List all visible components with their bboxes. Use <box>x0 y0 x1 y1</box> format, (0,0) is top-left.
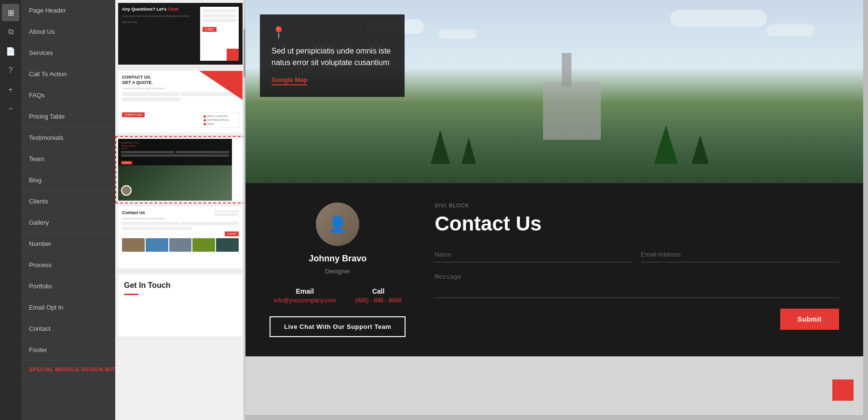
main-preview: 📍 Sed ut perspiciatis unde omnis iste na… <box>245 0 868 420</box>
email-value: info@yourcompany.com <box>274 297 336 304</box>
copy-icon[interactable]: ⧉ <box>2 23 19 41</box>
sidebar-item-testimonials[interactable]: Testimonials <box>21 127 115 149</box>
contact-email-input[interactable] <box>641 247 839 262</box>
sidebar-item-team[interactable]: Team <box>21 149 115 170</box>
sidebar-item-portfolio[interactable]: Portfolio <box>21 276 115 297</box>
sidebar-item-gallery[interactable]: Gallery <box>21 212 115 233</box>
castle-overlay-card: 📍 Sed ut perspiciatis unde omnis iste na… <box>260 14 405 97</box>
contact-avatar: 👤 <box>316 203 359 246</box>
nav-sidebar: Page Header About Us Services Call To Ac… <box>21 0 115 420</box>
get-in-touch-title: Get In Touch <box>124 281 237 290</box>
contact-form-panel: DIVI BLOCK Contact Us Submit <box>434 203 839 337</box>
sidebar-item-number[interactable]: Number <box>21 233 115 255</box>
contact-submit-button[interactable]: Submit <box>780 309 839 330</box>
contact-person-role: Designer <box>325 268 350 275</box>
live-chat-button[interactable]: Live Chat With Our Support Team <box>270 316 406 337</box>
preview-content: 📍 Sed ut perspiciatis unde omnis iste na… <box>245 0 863 415</box>
sidebar-item-call-to-action[interactable]: Call To Action <box>21 64 115 85</box>
contact-person-name: Johnny Bravo <box>309 254 366 264</box>
icon-rail: ⊞ ⧉ 📄 ? + − <box>0 0 21 420</box>
horizontal-scrollbar[interactable] <box>245 415 863 420</box>
thumb-get-in-touch[interactable]: Get In Touch <box>115 271 245 339</box>
minus-icon[interactable]: − <box>2 100 19 118</box>
pages-icon[interactable]: ⊞ <box>2 4 19 21</box>
contact-name-input[interactable] <box>434 247 633 262</box>
contact-phone-info: Call (888) - 888 - 8888 <box>355 287 402 304</box>
thumb-contact-dark[interactable]: Contact Us Johnny Bravo Designer SUBMIT <box>115 136 245 203</box>
contact-email-info: Email info@yourcompany.com <box>274 287 336 304</box>
contact-left-panel: 👤 Johnny Bravo Designer Email info@yourc… <box>270 203 406 337</box>
thumb-contact-gallery[interactable]: Contact Us Lorem ipsum dolor sit amet co… <box>115 203 245 271</box>
sidebar-item-blog[interactable]: Blog <box>21 170 115 191</box>
email-label: Email <box>274 287 336 295</box>
help-icon[interactable]: ? <box>2 62 19 79</box>
sidebar-item-pricing-table[interactable]: Pricing Table <box>21 106 115 127</box>
sidebar-item-process[interactable]: Process <box>21 255 115 276</box>
color-swatch[interactable] <box>832 379 854 401</box>
sidebar-item-faqs[interactable]: FAQs <box>21 85 115 106</box>
google-map-link[interactable]: Google Map <box>271 76 307 85</box>
castle-description: Sed ut perspiciatis unde omnis iste natu… <box>271 45 393 68</box>
sidebar-item-footer[interactable]: Footer <box>21 339 115 361</box>
thumbnail-panel: Any Questions? Let's Chat! Lorem ipsum d… <box>115 0 245 420</box>
sidebar-item-about-us[interactable]: About Us <box>21 21 115 42</box>
thumb-any-questions[interactable]: Any Questions? Let's Chat! Lorem ipsum d… <box>115 0 245 68</box>
divi-block-label: DIVI BLOCK <box>434 203 839 208</box>
sidebar-item-clients[interactable]: Clients <box>21 191 115 212</box>
add-icon[interactable]: + <box>2 81 19 98</box>
sidebar-item-contact[interactable]: Contact <box>21 318 115 339</box>
contact-section: 👤 Johnny Bravo Designer Email info@yourc… <box>245 183 863 356</box>
castle-section: 📍 Sed ut perspiciatis unde omnis iste na… <box>245 0 863 183</box>
call-label: Call <box>355 287 402 295</box>
thumb-contact-quote[interactable]: CONTACT US.GET A QUOTE. Lorem ipsum dolo… <box>115 68 245 136</box>
sidebar-item-services[interactable]: Services <box>21 42 115 64</box>
document-icon[interactable]: 📄 <box>2 42 19 60</box>
contact-section-title: Contact Us <box>434 212 839 235</box>
sidebar-item-page-header[interactable]: Page Header <box>21 0 115 21</box>
contact-name-email-row <box>434 247 839 262</box>
contact-form: Submit <box>434 247 839 330</box>
pin-icon: 📍 <box>271 26 393 40</box>
contact-message-input[interactable] <box>434 269 839 298</box>
sidebar-item-email-opt-in[interactable]: Email Opt In <box>21 297 115 318</box>
contact-info-row: Email info@yourcompany.com Call (888) - … <box>274 287 402 304</box>
vertical-scrollbar[interactable] <box>863 0 868 420</box>
call-value: (888) - 888 - 8888 <box>355 297 402 304</box>
contact-submit-row: Submit <box>434 309 839 330</box>
sidebar-item-special[interactable]: SPECIAL MODULE DESIGN WITHOUT ANY PLUGIN… <box>21 361 115 379</box>
